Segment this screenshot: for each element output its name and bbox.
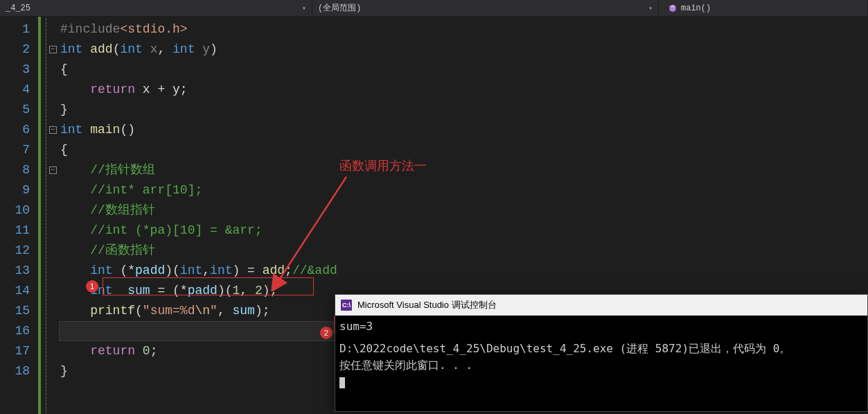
- line-number: 10: [0, 200, 30, 221]
- file-dropdown[interactable]: _4_25 ▾: [0, 0, 312, 16]
- file-tab-label: _4_25: [6, 3, 30, 13]
- console-line: 按任意键关闭此窗口. . .: [339, 357, 863, 374]
- code-line: int main(): [59, 120, 868, 140]
- line-number: 14: [0, 281, 30, 301]
- line-number: 8: [0, 160, 30, 180]
- debug-console-window: C:\ Microsoft Visual Studio 调试控制台 sum=3 …: [335, 294, 868, 412]
- member-label: main(): [681, 3, 711, 13]
- line-number: 1: [0, 19, 30, 40]
- line-number: 17: [0, 341, 30, 361]
- line-number: 7: [0, 140, 30, 160]
- line-number: 5: [0, 100, 30, 120]
- code-line: //指针数组: [59, 160, 868, 180]
- line-number: 15: [0, 301, 30, 321]
- line-number: 13: [0, 261, 30, 281]
- line-number: 9: [0, 180, 30, 200]
- change-margin: [38, 17, 46, 414]
- code-line: int add(int x, int y): [59, 40, 868, 60]
- line-number: 6: [0, 120, 30, 140]
- code-line: int (*padd)(int,int) = add;//&add: [59, 261, 868, 281]
- code-line: //int (*pa)[10] = &arr;: [59, 221, 868, 241]
- console-title-text: Microsoft Visual Studio 调试控制台: [357, 299, 497, 311]
- fold-column: − − −: [46, 17, 59, 414]
- console-output[interactable]: sum=3 D:\2022code\test_4_25\Debug\test_4…: [335, 316, 867, 411]
- scope-label: (全局范围): [318, 2, 361, 14]
- line-number: 2: [0, 40, 30, 60]
- member-dropdown[interactable]: main(): [659, 0, 868, 16]
- code-line: {: [59, 140, 868, 160]
- code-line: return x + y;: [59, 80, 868, 100]
- console-line: sum=3: [339, 318, 863, 335]
- annotation-badge-2: 2: [320, 327, 333, 339]
- code-line: #include<stdio.h>: [59, 19, 868, 40]
- line-number: 4: [0, 80, 30, 100]
- console-titlebar[interactable]: C:\ Microsoft Visual Studio 调试控制台: [335, 295, 867, 316]
- breadcrumb-bar: _4_25 ▾ (全局范围) ▾ main(): [0, 0, 868, 17]
- line-number: 11: [0, 221, 30, 241]
- fold-toggle[interactable]: −: [49, 126, 57, 134]
- line-number: 18: [0, 361, 30, 381]
- vs-icon: C:\: [341, 300, 352, 311]
- code-line: //数组指针: [59, 200, 868, 221]
- code-line: {: [59, 60, 868, 80]
- console-line: D:\2022code\test_4_25\Debug\test_4_25.ex…: [339, 340, 863, 357]
- code-line: }: [59, 100, 868, 120]
- chevron-down-icon: ▾: [302, 4, 306, 12]
- code-line: //int* arr[10];: [59, 180, 868, 200]
- chevron-down-icon: ▾: [648, 4, 653, 12]
- line-number: 12: [0, 241, 30, 261]
- fold-toggle[interactable]: −: [49, 46, 57, 53]
- line-number-gutter: 1 2 3 4 5 6 7 8 9 10 11 12 13 14 15 16 1…: [0, 17, 38, 414]
- code-line: //函数指针: [59, 241, 868, 261]
- fold-toggle[interactable]: −: [49, 166, 57, 174]
- line-number: 16: [0, 321, 30, 341]
- scope-dropdown[interactable]: (全局范围) ▾: [312, 0, 659, 16]
- cube-icon: [668, 4, 677, 12]
- annotation-badge-1: 1: [86, 280, 98, 293]
- line-number: 3: [0, 60, 30, 80]
- cursor-icon: [339, 377, 345, 388]
